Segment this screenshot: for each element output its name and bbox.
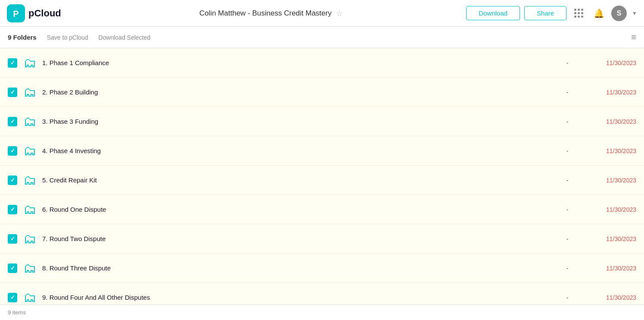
checkmark-icon: ✓: [10, 206, 15, 213]
folder-size: -: [550, 235, 585, 242]
page-title: Colin Matthew - Business Credit Mastery: [199, 9, 332, 18]
folder-icon: 🗂: [23, 232, 36, 246]
logo-area: P pCloud: [7, 4, 76, 22]
table-row[interactable]: ✓ 🗂 4. Phase 4 Investing - 11/30/2023: [0, 136, 644, 166]
checkbox[interactable]: ✓: [8, 293, 17, 302]
folder-size: -: [550, 147, 585, 154]
folder-size: -: [550, 60, 585, 66]
toolbar: 9 Folders Save to pCloud Download Select…: [0, 27, 644, 48]
checkmark-icon: ✓: [10, 118, 15, 125]
avatar-caret-icon[interactable]: ▼: [632, 10, 637, 16]
dot: [574, 9, 576, 11]
checkmark-icon: ✓: [10, 265, 15, 271]
save-to-pcloud-button[interactable]: Save to pCloud: [47, 34, 88, 41]
download-button[interactable]: Download: [466, 6, 520, 20]
share-button[interactable]: Share: [524, 6, 566, 20]
dot: [578, 12, 580, 14]
table-row[interactable]: ✓ 🗂 3. Phase 3 Funding - 11/30/2023: [0, 107, 644, 136]
table-row[interactable]: ✓ 🗂 8. Round Three Dispute - 11/30/2023: [0, 254, 644, 283]
table-row[interactable]: ✓ 🗂 6. Round One Dispute - 11/30/2023: [0, 195, 644, 224]
folder-date: 11/30/2023: [585, 294, 636, 301]
checkmark-icon: ✓: [10, 235, 15, 242]
folder-name: 6. Round One Dispute: [42, 206, 550, 213]
items-count: 9 items: [8, 309, 26, 316]
folder-size: -: [550, 118, 585, 125]
folder-size: -: [550, 206, 585, 213]
folder-date: 11/30/2023: [585, 60, 636, 66]
folder-size: -: [550, 177, 585, 184]
apps-grid-icon[interactable]: [574, 9, 583, 18]
folder-date: 11/30/2023: [585, 89, 636, 96]
file-list: ✓ 🗂 1. Phase 1 Compliance - 11/30/2023 ✓…: [0, 48, 644, 304]
table-row[interactable]: ✓ 🗂 5. Credit Repair Kit - 11/30/2023: [0, 166, 644, 195]
folder-name: 9. Round Four And All Other Disputes: [42, 294, 550, 301]
dot: [578, 16, 580, 18]
checkmark-icon: ✓: [10, 60, 15, 66]
checkbox[interactable]: ✓: [8, 176, 17, 185]
header: P pCloud Colin Matthew - Business Credit…: [0, 0, 644, 27]
folder-name: 2. Phase 2 Building: [42, 88, 550, 96]
folder-size: -: [550, 294, 585, 301]
dot: [581, 12, 583, 14]
header-title-area: Colin Matthew - Business Credit Mastery …: [76, 9, 466, 18]
folder-date: 11/30/2023: [585, 118, 636, 125]
folder-date: 11/30/2023: [585, 235, 636, 242]
folder-icon: 🗂: [23, 202, 36, 217]
folder-size: -: [550, 265, 585, 272]
folder-name: 8. Round Three Dispute: [42, 264, 550, 272]
folder-name: 3. Phase 3 Funding: [42, 118, 550, 125]
table-row[interactable]: ✓ 🗂 9. Round Four And All Other Disputes…: [0, 283, 644, 304]
checkbox[interactable]: ✓: [8, 264, 17, 273]
dot: [581, 16, 583, 18]
folder-icon: 🗂: [23, 56, 36, 70]
folder-name: 4. Phase 4 Investing: [42, 147, 550, 154]
dot: [581, 9, 583, 11]
folder-date: 11/30/2023: [585, 265, 636, 272]
sort-icon[interactable]: ≡: [631, 32, 636, 42]
svg-text:P: P: [13, 9, 19, 18]
dot: [574, 16, 576, 18]
folders-count: 9 Folders: [8, 34, 37, 41]
checkmark-icon: ✓: [10, 147, 15, 154]
checkbox[interactable]: ✓: [8, 58, 17, 68]
table-row[interactable]: ✓ 🗂 1. Phase 1 Compliance - 11/30/2023: [0, 48, 644, 78]
checkbox[interactable]: ✓: [8, 146, 17, 156]
checkmark-icon: ✓: [10, 89, 15, 95]
dot: [574, 12, 576, 14]
folder-icon: 🗂: [23, 85, 36, 100]
footer: 9 items: [0, 304, 644, 320]
logo-text: pCloud: [28, 8, 61, 19]
folder-date: 11/30/2023: [585, 147, 636, 154]
table-row[interactable]: ✓ 🗂 7. Round Two Dispute - 11/30/2023: [0, 224, 644, 254]
folder-name: 1. Phase 1 Compliance: [42, 59, 550, 66]
folder-icon: 🗂: [23, 290, 36, 305]
folder-icon: 🗂: [23, 261, 36, 276]
checkbox[interactable]: ✓: [8, 205, 17, 214]
checkmark-icon: ✓: [10, 294, 15, 301]
folder-date: 11/30/2023: [585, 206, 636, 213]
download-selected-button[interactable]: Download Selected: [98, 34, 150, 41]
dot: [578, 9, 580, 11]
notifications-icon[interactable]: 🔔: [594, 8, 604, 19]
folder-size: -: [550, 89, 585, 96]
folder-icon: 🗂: [23, 114, 36, 129]
pcloud-logo-icon: P: [7, 4, 25, 22]
header-actions: Download Share 🔔 S ▼: [466, 6, 637, 21]
folder-name: 7. Round Two Dispute: [42, 235, 550, 242]
table-row[interactable]: ✓ 🗂 2. Phase 2 Building - 11/30/2023: [0, 78, 644, 107]
avatar[interactable]: S: [611, 6, 627, 21]
folder-icon: 🗂: [23, 173, 36, 188]
folder-icon: 🗂: [23, 144, 36, 158]
checkbox[interactable]: ✓: [8, 234, 17, 244]
checkbox[interactable]: ✓: [8, 88, 17, 97]
folder-name: 5. Credit Repair Kit: [42, 176, 550, 184]
checkbox[interactable]: ✓: [8, 117, 17, 126]
folder-date: 11/30/2023: [585, 177, 636, 184]
star-icon[interactable]: ☆: [336, 9, 343, 18]
checkmark-icon: ✓: [10, 177, 15, 183]
